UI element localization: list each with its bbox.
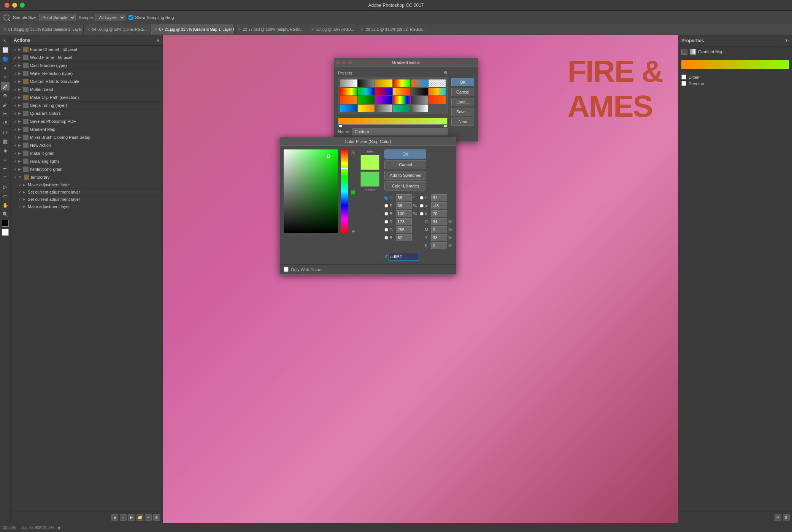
- gradient-map-thumbnail[interactable]: [690, 49, 696, 55]
- zoom-tool[interactable]: 🔍: [1, 210, 10, 218]
- text-tool[interactable]: T: [1, 173, 10, 182]
- close-button[interactable]: [5, 3, 10, 8]
- Y-input[interactable]: [431, 234, 447, 241]
- action-item-3[interactable]: ✓ ▶ Water Reflection (type): [11, 70, 162, 78]
- gradient-preview[interactable]: [681, 60, 789, 69]
- new-set-btn[interactable]: 📁: [136, 514, 143, 521]
- ge-preset-0[interactable]: [340, 79, 357, 87]
- action-item-0[interactable]: ✓ ▶ Frame Channel - 50 pixel: [11, 46, 162, 54]
- action-item-6[interactable]: ✓ ▶ Make Clip Path (selection): [11, 94, 162, 102]
- brush-tool[interactable]: 🖌: [1, 100, 10, 109]
- red-input[interactable]: [396, 218, 412, 225]
- action-item-10[interactable]: ✓ ▶ Gradient Map: [11, 125, 162, 133]
- sample-size-select[interactable]: Point Sample: [39, 14, 76, 21]
- color-libraries-button[interactable]: Color Libraries: [384, 181, 426, 191]
- action-item-15[interactable]: ✓ ▶ henleybond-grain: [11, 165, 162, 173]
- ge-preset-3[interactable]: [393, 79, 410, 87]
- ge-preset-20[interactable]: [375, 105, 392, 112]
- K-input[interactable]: [431, 242, 447, 249]
- ge-save-button[interactable]: Save...: [451, 108, 474, 116]
- action-item-2[interactable]: ✓ ▶ Cast Shadow (type): [11, 62, 162, 70]
- maximize-button[interactable]: [20, 3, 25, 8]
- ge-preset-21[interactable]: [393, 105, 410, 112]
- delete-action-btn[interactable]: 🗑: [153, 514, 160, 521]
- action-item-1[interactable]: ✓ ▶ Wood Frame - 50 pixel: [11, 54, 162, 62]
- doc-tab-2[interactable]: ✕ 07-21.jpg @ 33.3% (Gradient Map 1, Lay…: [151, 24, 235, 35]
- blur-tool[interactable]: ◈: [1, 146, 10, 154]
- saturation-radio[interactable]: [384, 204, 388, 208]
- tab-close-5[interactable]: ✕: [360, 27, 363, 32]
- color-saturation-field[interactable]: [284, 149, 338, 233]
- blue-input[interactable]: [396, 234, 412, 241]
- L-input[interactable]: [431, 194, 447, 201]
- ge-preset-19[interactable]: [358, 105, 375, 112]
- expand-info-icon[interactable]: ▶: [58, 526, 61, 530]
- only-web-colors-checkbox[interactable]: [284, 267, 289, 272]
- ge-gradient-bar[interactable]: [338, 118, 448, 125]
- hex-input[interactable]: [389, 253, 419, 260]
- gradient-tool[interactable]: ▦: [1, 137, 10, 145]
- gradient-map-visibility-icon[interactable]: [681, 49, 687, 55]
- tab-close-2[interactable]: ✕: [154, 27, 157, 32]
- ge-preset-11[interactable]: [429, 88, 446, 95]
- add-to-swatches-button[interactable]: Add to Swatches: [384, 171, 426, 180]
- dialog-minimize[interactable]: [342, 60, 346, 64]
- a-input[interactable]: [431, 202, 447, 209]
- brightness-radio[interactable]: [384, 212, 388, 216]
- background-color[interactable]: [2, 229, 9, 236]
- ge-load-button[interactable]: Load...: [451, 98, 474, 106]
- ge-name-input[interactable]: [352, 128, 448, 135]
- ge-preset-5[interactable]: [429, 79, 446, 87]
- eraser-tool[interactable]: ◻: [1, 128, 10, 136]
- action-item-7[interactable]: ✓ ▶ Sepia Toning (layer): [11, 102, 162, 110]
- color-picker-cancel-button[interactable]: Cancel: [384, 160, 426, 169]
- ge-preset-7[interactable]: [358, 88, 375, 95]
- action-item-8[interactable]: ✓ ▶ Quadrant Colors: [11, 110, 162, 118]
- action-item-4[interactable]: ✓ ▶ Custom RGB to Grayscale: [11, 78, 162, 86]
- brightness-input[interactable]: [396, 210, 412, 217]
- L-radio[interactable]: [420, 196, 424, 200]
- heal-tool[interactable]: ⊕: [1, 91, 10, 100]
- ge-preset-14[interactable]: [375, 96, 392, 104]
- hue-slider[interactable]: [341, 149, 348, 233]
- hue-input[interactable]: [396, 194, 412, 201]
- actions-panel-menu-icon[interactable]: ≡: [157, 38, 159, 43]
- properties-history-icon[interactable]: ⟳: [775, 514, 781, 521]
- green-radio[interactable]: [384, 228, 388, 232]
- properties-expand-icon[interactable]: ≫: [784, 38, 789, 43]
- show-sampling-ring-checkbox[interactable]: [129, 15, 133, 20]
- green-input[interactable]: [396, 226, 412, 233]
- magic-wand-tool[interactable]: ✦: [1, 64, 10, 72]
- color-picker-ok-button[interactable]: OK: [384, 149, 426, 159]
- action-item-14[interactable]: ✓ ▶ remaining-lights: [11, 157, 162, 165]
- dither-checkbox[interactable]: [681, 75, 686, 79]
- crop-tool[interactable]: ⌖: [1, 73, 10, 81]
- ge-preset-15[interactable]: [393, 96, 410, 104]
- red-radio[interactable]: [384, 220, 388, 224]
- tab-close-0[interactable]: ✕: [3, 27, 6, 32]
- C-input[interactable]: [431, 218, 447, 225]
- minimize-button[interactable]: [12, 3, 17, 8]
- ge-stop-left[interactable]: [338, 124, 342, 127]
- action-item-11[interactable]: ✓ ▶ Mixer Brush Cloning Paint Setup: [11, 133, 162, 141]
- color-swatch-icon[interactable]: [351, 190, 356, 195]
- warning-icon[interactable]: ⚠: [351, 149, 356, 156]
- ge-new-button[interactable]: New: [451, 118, 474, 126]
- action-item-9[interactable]: ✓ ▶ Save as Photoshop PDF: [11, 118, 162, 125]
- clone-tool[interactable]: ✂: [1, 110, 10, 118]
- ge-ok-button[interactable]: OK: [451, 78, 474, 86]
- play-btn[interactable]: ▶: [128, 514, 135, 521]
- marquee-tool[interactable]: ⬜: [1, 46, 10, 54]
- dialog-maximize[interactable]: [348, 60, 352, 64]
- hand-tool[interactable]: ✋: [1, 201, 10, 209]
- properties-delete-icon[interactable]: 🗑: [783, 514, 790, 521]
- action-item-17[interactable]: ✓ ▶ Make adjustment layer: [11, 181, 162, 189]
- lasso-tool[interactable]: 🔵: [1, 55, 10, 63]
- new-action-btn[interactable]: +: [145, 514, 152, 521]
- reverse-checkbox[interactable]: [681, 81, 686, 86]
- path-select-tool[interactable]: ▷: [1, 183, 10, 191]
- blue-radio[interactable]: [384, 236, 388, 240]
- ge-preset-4[interactable]: [411, 79, 428, 87]
- doc-tab-3[interactable]: ✕ 22-27.psd @ 100% (empty, RGB/8...: [235, 24, 308, 35]
- dialog-close[interactable]: [336, 60, 340, 64]
